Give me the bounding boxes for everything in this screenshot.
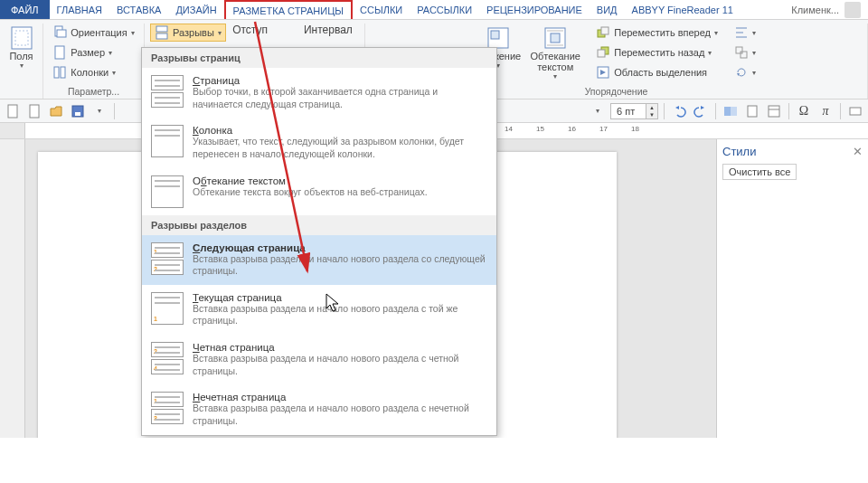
qat-pi-icon[interactable]: π — [816, 102, 835, 120]
size-icon — [52, 45, 67, 60]
svg-rect-28 — [30, 105, 39, 118]
svg-rect-16 — [601, 27, 609, 34]
breaks-button[interactable]: Разрывы▾ — [150, 24, 226, 42]
page-break-icon — [151, 75, 184, 108]
svg-rect-33 — [724, 107, 731, 116]
odd-page-break-icon: 1 3 — [151, 392, 184, 424]
page-setup-group-label: Параметр... — [68, 86, 119, 97]
selection-pane-button[interactable]: Область выделения — [591, 63, 722, 81]
group-button[interactable]: ▾ — [730, 43, 760, 62]
svg-rect-24 — [736, 47, 742, 53]
next-page-break-icon: 1 2 — [151, 242, 184, 275]
dd-item-next-page[interactable]: 1 2 Следующая страница Вставка разрыва р… — [142, 235, 496, 285]
even-page-break-icon: 2 4 — [151, 342, 184, 374]
qat-print-layout-icon[interactable] — [743, 102, 761, 120]
dd-section-page-breaks: Разрывы страниц — [142, 48, 496, 68]
tab-insert[interactable]: ВСТАВКА — [109, 0, 168, 19]
styles-title: Стили — [722, 145, 756, 158]
spin-down-icon[interactable]: ▼ — [646, 111, 657, 118]
svg-rect-30 — [75, 112, 80, 116]
svg-rect-18 — [598, 50, 605, 57]
dd-item-column[interactable]: Колонка Указывает, что текст, следующий … — [142, 118, 496, 167]
vertical-ruler[interactable] — [0, 139, 25, 483]
svg-rect-4 — [55, 46, 64, 59]
align-button[interactable]: ▾ — [730, 24, 760, 42]
dd-item-textwrap[interactable]: Обтекание текстом Обтекание текста вокру… — [142, 168, 496, 215]
tab-design[interactable]: ДИЗАЙН — [168, 0, 223, 19]
qat-open-icon[interactable] — [47, 102, 65, 120]
margins-label: Поля — [9, 51, 33, 62]
dd-item-odd-page[interactable]: 1 3 Нечетная страница Вставка разрыва ра… — [142, 384, 496, 434]
chevron-down-icon: ▾ — [20, 62, 24, 70]
clear-styles-button[interactable]: Очистить все — [722, 164, 797, 180]
qat-new2-icon[interactable] — [25, 102, 43, 120]
svg-rect-35 — [748, 106, 757, 117]
rotate-button[interactable]: ▾ — [730, 63, 760, 81]
tab-page-layout[interactable]: РАЗМЕТКА СТРАНИЦЫ — [224, 0, 353, 19]
qat-new-icon[interactable] — [4, 102, 22, 120]
margins-icon — [9, 25, 34, 51]
spacing-label: Интервал — [304, 24, 353, 36]
tab-view[interactable]: ВИД — [590, 0, 625, 19]
wrap-text-button[interactable]: Обтекание текстом▾ — [526, 24, 584, 82]
selection-pane-icon — [596, 65, 610, 80]
margins-button[interactable]: Поля ▾ — [5, 24, 38, 71]
tab-review[interactable]: РЕЦЕНЗИРОВАНИЕ — [479, 0, 590, 19]
column-break-icon — [151, 125, 184, 157]
align-icon — [734, 25, 749, 40]
file-tab[interactable]: ФАЙЛ — [0, 0, 50, 19]
orientation-icon — [52, 25, 67, 40]
spacing-value: 6 пт — [611, 106, 646, 117]
svg-marker-31 — [675, 106, 679, 109]
group-icon — [734, 45, 749, 60]
continuous-break-icon: 1 — [151, 292, 184, 325]
user-account[interactable]: Клименк... — [791, 2, 868, 18]
dd-item-page[interactable]: Страница Выбор точки, в которой заканчив… — [142, 68, 496, 118]
cursor-icon — [326, 293, 342, 317]
svg-rect-5 — [54, 67, 59, 78]
svg-rect-27 — [8, 105, 17, 118]
qat-omega-icon[interactable]: Ω — [795, 102, 813, 120]
qat-dropdown-icon[interactable]: ▾ — [589, 102, 607, 120]
dd-section-section-breaks: Разрывы разделов — [142, 215, 496, 235]
svg-rect-25 — [741, 52, 747, 58]
tab-mailings[interactable]: РАССЫЛКИ — [410, 0, 479, 19]
tab-references[interactable]: ССЫЛКИ — [353, 0, 410, 19]
columns-icon — [52, 65, 67, 80]
orientation-button[interactable]: Ориентация▾ — [48, 24, 138, 42]
close-icon[interactable]: ✕ — [853, 145, 863, 158]
dd-item-continuous[interactable]: 1 Текущая страница Вставка разрыва разде… — [142, 285, 496, 335]
indent-label: Отступ — [232, 24, 268, 36]
menu-bar: ФАЙЛ ГЛАВНАЯ ВСТАВКА ДИЗАЙН РАЗМЕТКА СТР… — [0, 0, 868, 20]
bring-forward-button[interactable]: Переместить вперед▾ — [591, 24, 722, 42]
styles-pane: Стили ✕ Очистить все — [716, 139, 868, 483]
svg-rect-34 — [731, 107, 737, 116]
avatar — [844, 2, 861, 18]
qat-redo-icon[interactable] — [692, 102, 710, 120]
svg-rect-7 — [156, 26, 167, 32]
breaks-icon — [155, 25, 169, 40]
qat-end-icon[interactable] — [846, 102, 864, 120]
svg-rect-3 — [57, 30, 66, 37]
send-backward-icon — [596, 45, 610, 60]
svg-rect-12 — [551, 33, 560, 43]
qat-reading-icon[interactable] — [722, 102, 740, 120]
qat-more-icon[interactable]: ▾ — [90, 102, 108, 120]
size-button[interactable]: Размер▾ — [48, 43, 117, 62]
svg-marker-32 — [701, 106, 704, 109]
user-name: Клименк... — [791, 5, 839, 15]
svg-rect-10 — [491, 31, 499, 39]
svg-rect-38 — [850, 108, 861, 115]
send-backward-button[interactable]: Переместить назад▾ — [591, 43, 722, 62]
arrange-group-label: Упорядочение — [585, 86, 648, 97]
tab-abbyy[interactable]: ABBYY FineReader 11 — [625, 0, 741, 19]
textwrap-break-icon — [151, 175, 184, 208]
qat-save-icon[interactable] — [69, 102, 87, 120]
qat-web-layout-icon[interactable] — [765, 102, 783, 120]
spin-up-icon[interactable]: ▲ — [646, 104, 657, 111]
qat-undo-icon[interactable] — [670, 102, 688, 120]
tab-home[interactable]: ГЛАВНАЯ — [50, 0, 109, 19]
columns-button[interactable]: Колонки▾ — [48, 63, 120, 81]
spacing-spinner[interactable]: 6 пт ▲▼ — [610, 103, 658, 119]
dd-item-even-page[interactable]: 2 4 Четная страница Вставка разрыва разд… — [142, 335, 496, 384]
